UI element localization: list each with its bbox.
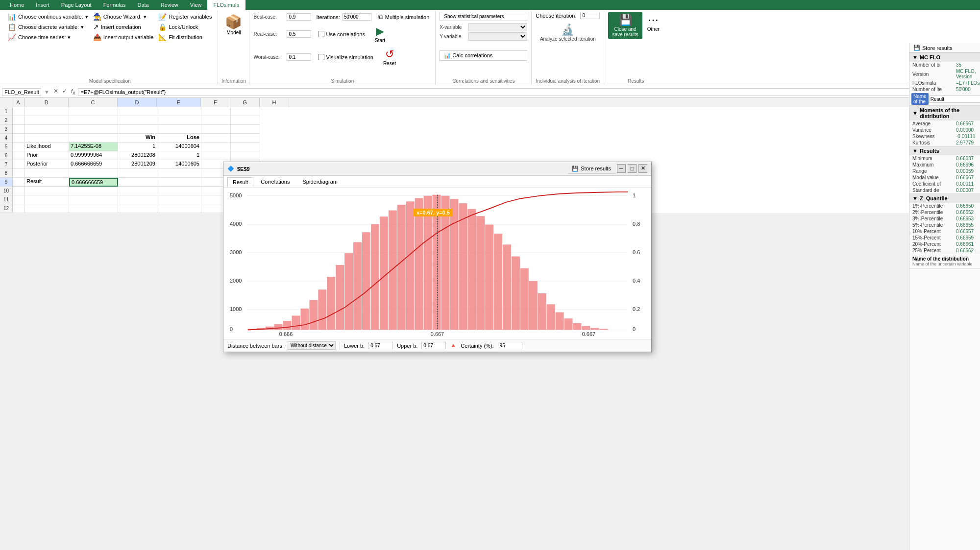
name-input[interactable]	[930, 96, 980, 103]
cell-E10[interactable]	[157, 187, 201, 195]
tab-spiderdiagram[interactable]: Spiderdiagram	[297, 177, 343, 187]
cell-E8[interactable]	[157, 169, 201, 178]
cell-B11[interactable]	[25, 195, 69, 204]
cell-B8[interactable]	[25, 169, 69, 178]
insert-correlation-btn[interactable]: ↗ Insert correlation	[91, 22, 156, 32]
choose-iter-input[interactable]	[580, 12, 600, 19]
cell-D9[interactable]	[118, 178, 157, 187]
cell-D10[interactable]	[118, 187, 157, 195]
cell-B6[interactable]: Prior	[25, 151, 69, 160]
cell-E12[interactable]	[157, 204, 201, 213]
cell-C5[interactable]: 7.14255E-08	[69, 143, 118, 151]
cell-E9[interactable]: 0.666666659	[69, 178, 118, 187]
choose-discrete-btn[interactable]: 📋 Choose discrete variable: ▾	[6, 22, 90, 32]
cell-A9[interactable]	[13, 178, 25, 187]
analyze-btn[interactable]: 🔬 Analyze selected iteration	[536, 22, 600, 44]
cell-F3[interactable]	[201, 125, 231, 134]
cell-C1[interactable]	[69, 107, 118, 116]
cell-A12[interactable]	[13, 204, 25, 213]
cell-name-input[interactable]	[2, 88, 41, 96]
cell-B7[interactable]: Posterior	[25, 160, 69, 169]
panel-store-btn[interactable]: 💾 Store results	[909, 43, 980, 53]
tab-formulas[interactable]: Formulas	[98, 0, 132, 10]
choose-time-series-btn[interactable]: 📈 Choose time series: ▾	[6, 32, 90, 42]
cell-C10[interactable]	[69, 187, 118, 195]
cell-B9[interactable]: Result	[25, 178, 69, 187]
cell-A8[interactable]	[13, 169, 25, 178]
cell-G6[interactable]	[231, 151, 260, 160]
cell-A3[interactable]	[13, 125, 25, 134]
cell-A2[interactable]	[13, 116, 25, 125]
cell-E6[interactable]: 1	[157, 151, 201, 160]
maximize-btn[interactable]: □	[628, 164, 637, 173]
cell-D1[interactable]	[118, 107, 157, 116]
cell-E3[interactable]	[157, 125, 201, 134]
row-6[interactable]: 6	[0, 151, 12, 160]
panel-mcflo-header[interactable]: ▼ MC FLO	[909, 53, 980, 62]
panel-quantile-header[interactable]: ▼ Z_Quantile	[909, 194, 980, 203]
col-A[interactable]: A	[12, 98, 24, 107]
cell-C12[interactable]	[69, 204, 118, 213]
register-variables-btn[interactable]: 📝 Register variables	[156, 12, 214, 22]
choose-wizard-btn[interactable]: 🧙 Choose Wizard: ▾	[91, 12, 156, 22]
cell-C8[interactable]	[69, 169, 118, 178]
cell-B4[interactable]	[25, 134, 69, 143]
visualize-checkbox[interactable]	[318, 54, 324, 60]
col-H[interactable]: H	[260, 98, 289, 107]
cell-B3[interactable]	[25, 125, 69, 134]
worst-case-input[interactable]	[287, 53, 311, 61]
tab-home[interactable]: Home	[4, 0, 30, 10]
fx-icon[interactable]: fx	[70, 88, 76, 96]
use-correlations-check[interactable]: Use correlations	[318, 31, 365, 37]
cell-F9[interactable]	[157, 178, 201, 187]
cell-E1[interactable]	[157, 107, 201, 116]
cell-B1[interactable]	[25, 107, 69, 116]
store-results-btn[interactable]: 💾 Store results	[568, 164, 615, 174]
real-case-input[interactable]	[287, 30, 311, 38]
start-btn[interactable]: ▶ Start	[372, 23, 388, 45]
col-F[interactable]: F	[201, 98, 230, 107]
cell-F5[interactable]	[201, 143, 231, 151]
cell-A7[interactable]	[13, 160, 25, 169]
cell-F6[interactable]	[201, 151, 231, 160]
cell-A1[interactable]	[13, 107, 25, 116]
cell-F1[interactable]	[201, 107, 231, 116]
minimize-btn[interactable]: ─	[617, 164, 626, 173]
cell-E2[interactable]	[157, 116, 201, 125]
cell-G4[interactable]	[231, 134, 260, 143]
close-btn[interactable]: ✕	[638, 164, 647, 173]
tab-view[interactable]: View	[184, 0, 208, 10]
fit-distribution-btn[interactable]: 📐 Fit distribution	[156, 32, 214, 42]
row-12[interactable]: 12	[0, 204, 12, 213]
insert-output-btn[interactable]: 📤 Insert output variable	[91, 32, 156, 42]
tab-flosimula[interactable]: FLOsimula	[207, 0, 245, 10]
col-E[interactable]: E	[157, 98, 201, 107]
cell-C4[interactable]	[69, 134, 118, 143]
modell-btn[interactable]: 📦 Modell	[222, 12, 245, 37]
cell-G2[interactable]	[231, 116, 260, 125]
best-case-input[interactable]	[287, 13, 311, 21]
cell-C3[interactable]	[69, 125, 118, 134]
reset-btn[interactable]: ↺ Reset	[380, 46, 399, 68]
row-1[interactable]: 1	[0, 107, 12, 116]
cell-D3[interactable]	[118, 125, 157, 134]
other-btn[interactable]: ⋯ Other	[643, 12, 663, 34]
col-C[interactable]: C	[69, 98, 118, 107]
cell-A4[interactable]	[13, 134, 25, 143]
tab-review[interactable]: Review	[155, 0, 184, 10]
tab-result[interactable]: Result	[227, 177, 253, 187]
panel-moments-header[interactable]: ▼ Moments of the distribution	[909, 106, 980, 120]
show-statistical-btn[interactable]: Show statistical parameters	[440, 12, 527, 21]
tab-page-layout[interactable]: Page Layout	[55, 0, 98, 10]
row-9[interactable]: 9	[0, 178, 12, 187]
close-save-btn[interactable]: 💾 Close and save results	[608, 12, 642, 39]
cancel-icon[interactable]: ✕	[52, 88, 59, 96]
cell-E5[interactable]: 14000604	[157, 143, 201, 151]
cell-C11[interactable]	[69, 195, 118, 204]
cell-B2[interactable]	[25, 116, 69, 125]
cell-B5[interactable]: Likelihood	[25, 143, 69, 151]
cell-C7[interactable]: 0.666666659	[69, 160, 118, 169]
row-4[interactable]: 4	[0, 134, 12, 143]
iterations-input[interactable]	[342, 13, 371, 21]
tab-insert[interactable]: Insert	[30, 0, 55, 10]
